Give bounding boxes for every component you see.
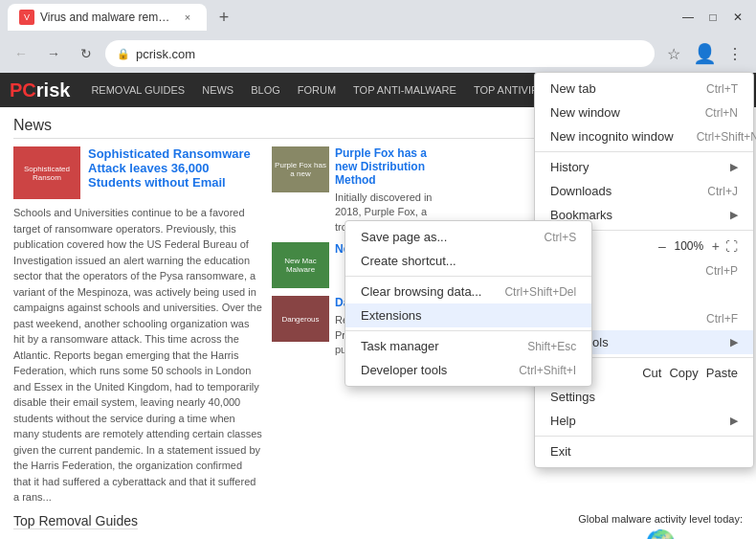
fullscreen-button[interactable]: ⛶ bbox=[725, 239, 738, 254]
menu-history-label: History bbox=[550, 160, 730, 174]
cut-button[interactable]: Cut bbox=[642, 366, 661, 380]
menu-clear-browsing-label: Clear browsing data... bbox=[361, 284, 481, 299]
menu-downloads[interactable]: Downloads Ctrl+J bbox=[535, 179, 753, 203]
menu-help-label: Help bbox=[550, 414, 730, 428]
menu-developer-tools-shortcut: Ctrl+Shift+I bbox=[519, 364, 576, 377]
menu-task-manager-shortcut: Shift+Esc bbox=[527, 340, 576, 353]
bookmarks-arrow: ▶ bbox=[730, 209, 738, 221]
menu-downloads-shortcut: Ctrl+J bbox=[707, 185, 738, 198]
paste-button[interactable]: Paste bbox=[706, 366, 738, 380]
menu-exit[interactable]: Exit bbox=[535, 439, 753, 463]
more-tools-arrow: ▶ bbox=[730, 336, 738, 348]
menu-exit-label: Exit bbox=[550, 444, 738, 459]
menu-find-shortcut: Ctrl+F bbox=[706, 312, 738, 326]
menu-save-page[interactable]: Save page as... Ctrl+S bbox=[345, 225, 591, 249]
menu-new-tab-label: New tab bbox=[550, 81, 683, 96]
more-tools-divider-1 bbox=[345, 276, 591, 277]
menu-clear-browsing-shortcut: Ctrl+Shift+Del bbox=[504, 285, 576, 299]
menu-extensions-label: Extensions bbox=[361, 308, 576, 323]
menu-new-window[interactable]: New window Ctrl+N bbox=[535, 101, 753, 124]
menu-task-manager-label: Task manager bbox=[361, 339, 504, 353]
menu-new-incognito-shortcut: Ctrl+Shift+N bbox=[697, 130, 756, 144]
more-tools-divider-2 bbox=[345, 330, 591, 331]
copy-button[interactable]: Copy bbox=[669, 366, 698, 380]
menu-task-manager[interactable]: Task manager Shift+Esc bbox=[345, 334, 591, 358]
menu-print-shortcut: Ctrl+P bbox=[705, 264, 738, 278]
menu-clear-browsing[interactable]: Clear browsing data... Ctrl+Shift+Del bbox=[345, 280, 591, 303]
menu-new-incognito[interactable]: New incognito window Ctrl+Shift+N bbox=[535, 124, 753, 148]
menu-help[interactable]: Help ▶ bbox=[535, 409, 753, 433]
menu-save-page-label: Save page as... bbox=[361, 230, 521, 244]
main-menu-divider-4 bbox=[535, 436, 753, 437]
menu-new-window-label: New window bbox=[550, 105, 682, 120]
context-menu-overlay: Save page as... Ctrl+S Create shortcut..… bbox=[0, 0, 756, 539]
history-arrow: ▶ bbox=[730, 161, 738, 173]
zoom-value-text: 100% bbox=[672, 239, 706, 253]
menu-new-tab[interactable]: New tab Ctrl+T bbox=[535, 77, 753, 101]
menu-create-shortcut-label: Create shortcut... bbox=[361, 254, 576, 268]
main-menu-divider-1 bbox=[535, 151, 753, 152]
menu-settings-label: Settings bbox=[550, 390, 738, 404]
menu-developer-tools-label: Developer tools bbox=[361, 363, 496, 377]
menu-new-tab-shortcut: Ctrl+T bbox=[706, 82, 738, 96]
menu-downloads-label: Downloads bbox=[550, 184, 684, 198]
help-arrow: ▶ bbox=[730, 415, 738, 427]
more-tools-submenu: Save page as... Ctrl+S Create shortcut..… bbox=[345, 220, 592, 387]
zoom-minus-button[interactable]: – bbox=[658, 238, 666, 254]
menu-history[interactable]: History ▶ bbox=[535, 155, 753, 179]
menu-developer-tools[interactable]: Developer tools Ctrl+Shift+I bbox=[345, 358, 591, 382]
menu-create-shortcut[interactable]: Create shortcut... bbox=[345, 249, 591, 273]
menu-extensions[interactable]: Extensions bbox=[345, 303, 591, 327]
zoom-plus-button[interactable]: + bbox=[712, 238, 720, 254]
menu-save-page-shortcut: Ctrl+S bbox=[544, 231, 576, 244]
menu-new-window-shortcut: Ctrl+N bbox=[705, 106, 738, 120]
menu-settings[interactable]: Settings bbox=[535, 385, 753, 409]
menu-new-incognito-label: New incognito window bbox=[550, 129, 674, 144]
